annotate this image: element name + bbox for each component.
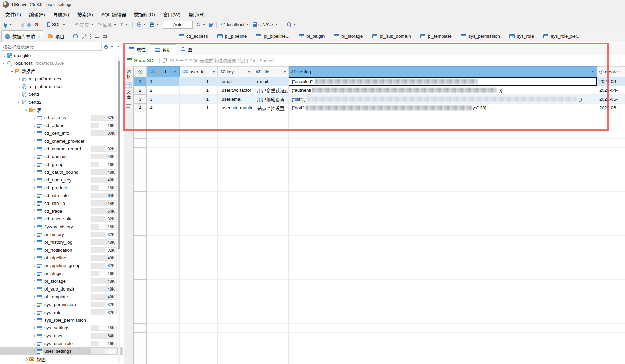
expander-icon[interactable] <box>1 51 7 59</box>
tree-item[interactable]: sys_user_role 16K <box>0 340 123 347</box>
column-dropdown-icon[interactable] <box>283 71 286 73</box>
expander-icon[interactable] <box>31 270 37 277</box>
cell-user-id[interactable]: 1 <box>180 95 218 104</box>
cell-title[interactable]: email <box>253 77 289 86</box>
tree-item[interactable]: ai_platform_dex <box>0 75 123 83</box>
tree-item[interactable]: cd_site_ip 48K <box>0 199 123 207</box>
column-header-key[interactable]: AZ key <box>218 66 253 77</box>
grid-presentation-label[interactable]: 网格 <box>125 69 132 79</box>
minimize-icon[interactable] <box>95 37 99 38</box>
column-header-user-id[interactable]: 123 user_id <box>180 66 218 77</box>
expander-icon[interactable] <box>31 246 37 254</box>
connection-filter-input[interactable] <box>1 43 102 51</box>
tree-item[interactable]: pi_sub_domain 48K <box>0 285 123 293</box>
disconnect-all-button[interactable] <box>33 21 40 28</box>
cell-setting[interactable]: {"notifiys":30} <box>289 104 597 112</box>
expander-icon[interactable] <box>31 231 37 238</box>
expander-icon[interactable] <box>16 83 22 90</box>
filter-icon[interactable] <box>110 46 114 48</box>
cell-id[interactable]: 3 <box>147 95 180 104</box>
column-header-title[interactable]: AZ title <box>253 66 289 77</box>
tree-item[interactable]: ai_platform_user <box>0 83 123 90</box>
expander-icon[interactable] <box>31 192 37 199</box>
connection-selector[interactable]: localhost <box>220 21 251 28</box>
editor-tab[interactable]: sys_permission <box>456 30 505 42</box>
editor-tab[interactable]: pi_sub_domain <box>368 30 416 42</box>
link-with-editor-icon[interactable] <box>82 34 86 38</box>
tree-item[interactable]: cd_oauth_bound 48K <box>0 168 123 176</box>
tree-item[interactable]: sys_user 64K <box>0 332 123 340</box>
expander-icon[interactable] <box>16 90 22 98</box>
refresh-button[interactable]: ↻ <box>195 21 207 28</box>
reconnect-button[interactable] <box>26 21 32 28</box>
expander-icon[interactable] <box>31 285 37 293</box>
rollback-button[interactable]: ↷回滚 <box>97 20 119 29</box>
expander-icon[interactable] <box>31 199 37 207</box>
expander-icon[interactable] <box>31 207 37 215</box>
cell-title[interactable]: 站点监控设置 <box>253 104 289 112</box>
cell-title[interactable]: 用户邮箱设置 <box>253 95 289 104</box>
column-header-setting[interactable]: AZ setting <box>289 66 597 77</box>
maximize-icon[interactable] <box>103 35 107 38</box>
editor-tab[interactable]: sys_role <box>505 30 539 42</box>
expander-icon[interactable] <box>31 293 37 301</box>
table-row[interactable]: 1 1 1 email email {"enabled": 2024-09- <box>133 77 625 86</box>
table-row[interactable]: 2 2 1 user.two.factor 用户多重认证设置 {"authent… <box>133 86 625 95</box>
tree-item[interactable]: db.sqlite <box>0 51 123 59</box>
cell-setting[interactable]: {"enabled": <box>289 77 597 86</box>
menu-item[interactable]: 帮助(H) <box>184 10 208 19</box>
tree-item[interactable]: pi_history 32K <box>0 231 123 238</box>
expander-icon[interactable] <box>31 340 37 347</box>
cell-create-time[interactable]: 2025-05- <box>597 95 625 104</box>
expander-icon[interactable] <box>31 262 37 270</box>
tree-item[interactable]: cd_cname_record 32K <box>0 145 123 153</box>
tree-item[interactable]: cd_trade 64K <box>0 207 123 215</box>
expander-icon[interactable] <box>31 184 37 192</box>
sql-editor-button[interactable]: SQL <box>46 21 67 28</box>
cell-user-id[interactable]: 1 <box>180 86 218 95</box>
tree-item[interactable]: cd_group 16K <box>0 160 123 168</box>
expander-icon[interactable] <box>31 122 37 129</box>
expander-icon[interactable] <box>9 67 15 75</box>
text-presentation-icon[interactable] <box>126 104 131 108</box>
column-header-id[interactable]: 123 id <box>147 66 180 77</box>
tree-item[interactable]: 表 <box>0 106 123 114</box>
grid-presentation-icon[interactable] <box>126 83 131 87</box>
expander-icon[interactable] <box>1 59 7 67</box>
tree-item[interactable]: 数据库 <box>0 67 123 75</box>
menu-item[interactable]: 窗口(W) <box>159 10 185 19</box>
expander-icon[interactable] <box>31 301 37 308</box>
tree-item[interactable]: user_settings 32K <box>0 347 123 355</box>
expander-icon[interactable] <box>31 254 37 262</box>
expander-icon[interactable] <box>31 223 37 231</box>
view-menu-icon[interactable] <box>90 34 91 39</box>
tree-item[interactable]: cd_open_key 48K <box>0 176 123 184</box>
scrollbar-thumb[interactable] <box>118 61 120 249</box>
expander-icon[interactable] <box>31 347 37 355</box>
tree-item[interactable]: sys_role 32K <box>0 308 123 316</box>
expand-filter-icon[interactable] <box>163 58 167 63</box>
expander-icon[interactable] <box>31 215 37 223</box>
expander-icon[interactable] <box>16 98 22 106</box>
filter-expression-input[interactable]: 输入一个 SQL 表达式来过滤结果 (使用 Ctrl+Space) <box>170 57 274 64</box>
tree-item[interactable]: cd_domain 48K <box>0 153 123 160</box>
tree-item[interactable]: localhost localhost:3309 <box>0 59 123 67</box>
tree-item[interactable]: sys_role_permission <box>0 316 123 324</box>
editor-tab[interactable]: pi_template <box>416 30 456 42</box>
expander-icon[interactable] <box>31 308 37 316</box>
tree-item[interactable]: pi_history_log 48K <box>0 238 123 246</box>
column-header-create-time[interactable]: create_t... <box>597 66 625 77</box>
tree-item[interactable]: sys_permission 32K <box>0 301 123 308</box>
column-dropdown-icon[interactable] <box>248 71 251 73</box>
editor-tab[interactable]: cd_access <box>174 30 213 42</box>
database-selector[interactable]: < N/A > <box>252 21 279 28</box>
tree-item[interactable]: certd <box>0 90 123 98</box>
tree-item[interactable]: pi_pipeline_group 32K <box>0 262 123 270</box>
expander-icon[interactable] <box>31 160 37 168</box>
editor-tab[interactable]: pi_pipeline... <box>251 30 294 42</box>
cell-create-time[interactable]: 2025-04- <box>597 86 625 95</box>
transaction-filter-button[interactable]: T <box>119 21 129 28</box>
expander-icon[interactable] <box>31 238 37 246</box>
expander-icon[interactable] <box>31 176 37 184</box>
connect-button[interactable] <box>3 21 14 28</box>
